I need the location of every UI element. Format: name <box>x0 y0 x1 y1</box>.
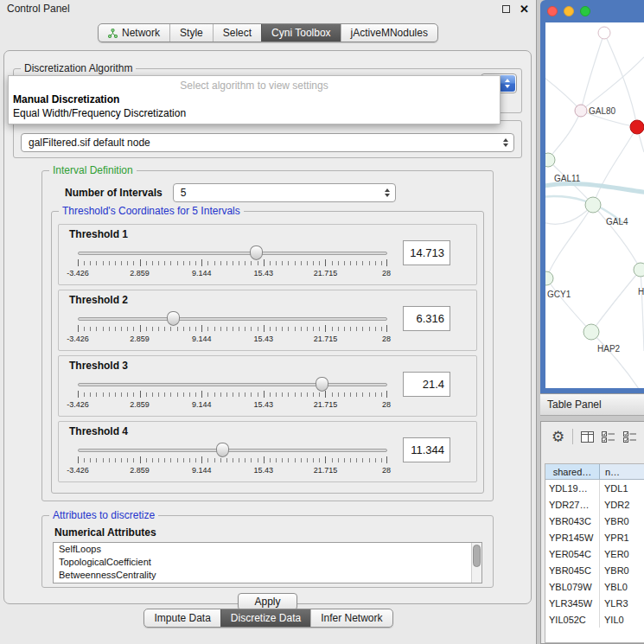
tab-style-label: Style <box>180 27 203 39</box>
tab-jactivemnodules[interactable]: jActiveMNodules <box>341 24 437 41</box>
cell[interactable]: YBR045C <box>545 562 600 578</box>
threshold-4-value-field[interactable]: 11.344 <box>403 437 450 462</box>
list-scrollbar-thumb[interactable] <box>473 545 481 567</box>
tab-select[interactable]: Select <box>213 24 261 41</box>
table-data-combobox-value: galFiltered.sif default node <box>29 137 150 149</box>
list-item-topologicalcoefficient[interactable]: TopologicalCoefficient <box>54 556 481 569</box>
checkbox-list-icon[interactable] <box>602 430 615 443</box>
gear-icon[interactable] <box>552 428 564 446</box>
close-icon[interactable] <box>520 3 529 16</box>
number-of-intervals-combobox[interactable]: 5 <box>173 183 396 202</box>
cell[interactable]: YDR27… <box>545 496 600 513</box>
toolbar-separator <box>572 429 573 444</box>
restore-icon[interactable] <box>502 5 510 13</box>
slider-track[interactable] <box>78 252 387 255</box>
table-row[interactable]: YDR27…YDR2 <box>545 496 644 513</box>
cell[interactable]: YIL0 <box>600 611 644 628</box>
zoom-traffic-icon[interactable] <box>580 6 590 16</box>
cell[interactable]: YDL1 <box>600 480 644 496</box>
tab-impute-data[interactable]: Impute Data <box>144 609 220 627</box>
dropdown-option-equal-width-frequency[interactable]: Equal Width/Frequency Discretization <box>9 106 500 120</box>
cell[interactable]: YBR0 <box>600 562 644 578</box>
apply-button[interactable]: Apply <box>238 593 296 610</box>
column-header-name[interactable]: n… <box>600 464 644 479</box>
checkbox-list-icon[interactable] <box>623 430 637 443</box>
table-row[interactable]: YLR345WYLR3 <box>545 595 644 611</box>
cell[interactable]: YPR145W <box>545 529 600 545</box>
tab-infer-network[interactable]: Infer Network <box>310 609 392 627</box>
threshold-1-slider-thumb[interactable] <box>250 245 263 260</box>
slider-track[interactable] <box>78 317 387 321</box>
threshold-2-slider-thumb[interactable] <box>167 311 180 326</box>
table-row[interactable]: YBR045CYBR0 <box>545 562 644 578</box>
column-header-shared[interactable]: shared… <box>545 464 600 479</box>
node-selected-red[interactable] <box>630 120 644 134</box>
list-scrollbar[interactable] <box>471 543 481 583</box>
node[interactable] <box>598 27 610 39</box>
number-of-intervals-label: Number of Intervals <box>65 187 163 199</box>
columns-icon[interactable] <box>581 431 594 443</box>
table-row[interactable]: YBL079WYBL0 <box>545 578 644 595</box>
window-title: Control Panel <box>7 3 70 15</box>
combo-arrows-icon <box>385 184 390 201</box>
top-tabbar: Network Style Select Cyni Toolbox jActiv… <box>0 17 536 48</box>
slider-track[interactable] <box>78 449 387 452</box>
node-gal11[interactable] <box>545 153 555 167</box>
tab-style[interactable]: Style <box>169 24 213 41</box>
threshold-3-slider[interactable]: -3.426 2.859 9.144 15.43 21.715 28 <box>78 375 387 413</box>
table-panel-window: shared… n… YDL19…YDL1 YDR27…YDR2 YBR043C… <box>540 421 644 644</box>
cell[interactable]: YER054C <box>545 545 600 562</box>
tab-discretize-data[interactable]: Discretize Data <box>220 609 310 627</box>
threshold-1-slider[interactable]: -3.426 2.859 9.144 15.43 21.715 28 <box>78 244 387 282</box>
dropdown-option-manual-discretization[interactable]: Manual Discretization <box>9 92 500 106</box>
cell[interactable]: YDL19… <box>545 480 600 496</box>
control-panel-titlebar: Control Panel <box>0 0 536 17</box>
cell[interactable]: YLR3 <box>600 595 644 611</box>
numerical-attributes-label: Numerical Attributes <box>54 526 482 539</box>
tab-network-label: Network <box>122 27 160 39</box>
table-data-combobox[interactable]: galFiltered.sif default node <box>21 133 514 152</box>
numerical-attributes-list[interactable]: SelfLoops TopologicalCoefficient Between… <box>53 542 482 583</box>
node[interactable] <box>634 263 644 277</box>
minimize-traffic-icon[interactable] <box>564 6 574 16</box>
table-panel-titlebar[interactable]: Table Panel <box>540 393 644 416</box>
cell[interactable]: YIL052C <box>545 611 600 628</box>
cell[interactable]: YER0 <box>600 545 644 562</box>
list-item-betweennesscentrality[interactable]: BetweennessCentrality <box>54 569 481 582</box>
threshold-2-value-field[interactable]: 6.316 <box>403 306 450 331</box>
combo-stepper-icon[interactable] <box>499 75 515 92</box>
threshold-1-value-field[interactable]: 14.713 <box>403 240 450 265</box>
network-canvas[interactable]: GAL80 GAL11 GAL4 GCY1 HAP2 HA <box>545 22 644 388</box>
cell[interactable]: YDR2 <box>600 496 644 513</box>
slider-track[interactable] <box>78 383 387 386</box>
node-hap2[interactable] <box>583 324 599 340</box>
list-item-selfloops[interactable]: SelfLoops <box>54 543 481 556</box>
table-panel-title: Table Panel <box>547 399 602 411</box>
node-gcy1[interactable] <box>545 271 553 285</box>
cell[interactable]: YPR1 <box>600 529 644 545</box>
cell[interactable]: YBR043C <box>545 513 600 529</box>
dropdown-placeholder[interactable]: Select algorithm to view settings <box>9 78 500 92</box>
table-row[interactable]: YDL19…YDL1 <box>545 480 644 496</box>
cell[interactable]: YLR345W <box>545 595 600 611</box>
threshold-4-slider[interactable]: -3.426 2.859 9.144 15.43 21.715 28 <box>78 441 387 479</box>
threshold-4-slider-thumb[interactable] <box>216 443 229 457</box>
tab-network[interactable]: Network <box>99 24 169 41</box>
cell[interactable]: YBR0 <box>600 513 644 529</box>
threshold-3-slider-thumb[interactable] <box>316 377 328 392</box>
node-gal4[interactable] <box>585 197 601 213</box>
cell[interactable]: YBL0 <box>600 578 644 595</box>
table-row[interactable]: YIL052CYIL0 <box>545 611 644 628</box>
window-traffic-lights <box>547 6 590 16</box>
node-gal80[interactable] <box>575 105 587 117</box>
tab-cyni-toolbox[interactable]: Cyni Toolbox <box>261 24 340 41</box>
slider-ticks <box>78 261 387 265</box>
threshold-3-value-field[interactable]: 21.4 <box>403 372 450 397</box>
cell[interactable]: YBL079W <box>545 578 600 595</box>
table-row[interactable]: YER054CYER0 <box>545 545 644 562</box>
table-row[interactable]: YPR145WYPR1 <box>545 529 644 545</box>
close-traffic-icon[interactable] <box>547 6 558 16</box>
table-row[interactable]: YBR043CYBR0 <box>545 513 644 529</box>
node-label-gcy1: GCY1 <box>547 290 571 299</box>
threshold-2-slider[interactable]: -3.426 2.859 9.144 15.43 21.715 28 <box>78 309 387 348</box>
